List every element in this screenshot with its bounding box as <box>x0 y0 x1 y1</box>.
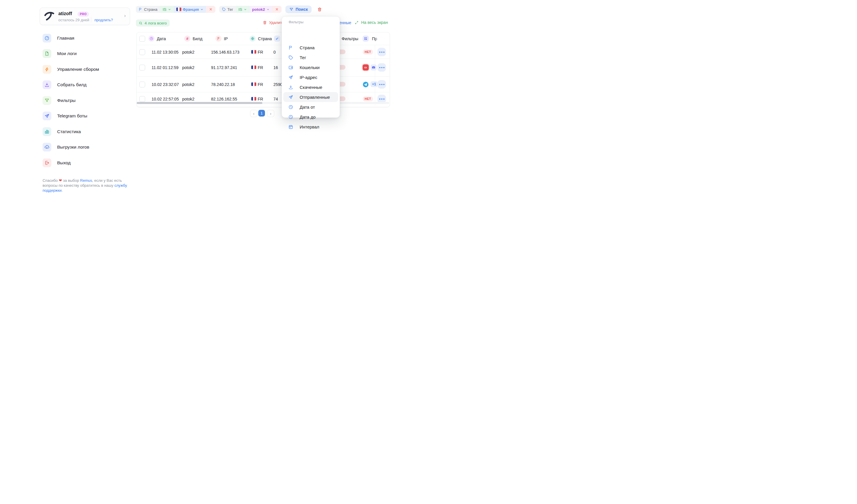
cell-country: FR <box>258 82 263 87</box>
globe-icon <box>250 36 256 42</box>
sidebar-item-label: Выход <box>57 160 70 166</box>
france-flag-icon <box>251 66 256 69</box>
france-flag-icon <box>251 50 256 54</box>
column-header-ip[interactable]: IP <box>224 36 228 41</box>
france-flag-icon <box>177 7 181 11</box>
clear-filters-trash-button[interactable] <box>317 7 322 12</box>
sidebar-item-build[interactable]: Собрать билд <box>43 79 130 91</box>
wallet-service-icon[interactable] <box>363 64 369 70</box>
fullscreen-button[interactable]: На весь экран <box>355 20 388 25</box>
status-badge: НЕТ <box>363 97 373 101</box>
chip-field[interactable]: Тег <box>219 6 236 13</box>
chevron-down-icon <box>200 8 203 11</box>
extra-services-badge[interactable]: +1 <box>370 81 377 87</box>
column-header-build[interactable]: Билд <box>193 36 202 41</box>
filters-dropdown-menu: Фильтры Страна Тег Кошельки IP-адрес Ска… <box>282 16 340 118</box>
row-checkbox[interactable] <box>139 96 145 102</box>
prev-page-button[interactable]: ‹ <box>250 110 257 117</box>
sidebar-item-label: Управление сбором <box>57 67 99 72</box>
renew-link[interactable]: продлить? <box>95 18 113 22</box>
dropdown-item-tag[interactable]: Тег <box>283 52 338 62</box>
cloud-download-icon <box>43 143 51 152</box>
sent-action-label-fragment[interactable]: енные <box>339 20 351 25</box>
sidebar-item-collection[interactable]: Управление сбором <box>43 64 130 75</box>
search-icon <box>139 21 142 25</box>
dropdown-item-country[interactable]: Страна <box>283 42 338 52</box>
chevron-right-icon[interactable]: › <box>124 13 125 18</box>
divider <box>91 17 91 22</box>
filter-chip-tag: Тег IS potok2 <box>219 6 282 13</box>
next-page-button[interactable]: › <box>267 110 274 117</box>
chip-operator[interactable]: IS <box>160 6 174 13</box>
dropdown-title: Фильтры <box>289 20 303 24</box>
dropdown-item-interval[interactable]: Интервал <box>283 122 338 132</box>
row-checkbox[interactable] <box>139 49 145 55</box>
brand-link[interactable]: Remus <box>80 178 92 183</box>
row-actions-button[interactable] <box>377 48 386 56</box>
grid-plus-icon <box>363 36 369 42</box>
divider <box>136 58 389 59</box>
remove-filter-button[interactable] <box>206 6 215 13</box>
horizontal-scrollbar-thumb[interactable] <box>137 102 262 104</box>
chip-value[interactable]: Франция <box>174 6 206 13</box>
column-header-date[interactable]: Дата <box>157 36 166 41</box>
bar-chart-icon <box>43 127 51 136</box>
clock-icon <box>148 36 154 42</box>
cell-country: FR <box>258 50 263 54</box>
sidebar-item-logout[interactable]: Выход <box>43 157 130 169</box>
dropdown-item-downloaded[interactable]: Скаченные <box>283 82 338 92</box>
cell-date: 11.02 01:12:59 <box>152 65 179 70</box>
row-actions-button[interactable] <box>377 80 386 89</box>
sidebar-item-label: Фильтры <box>57 98 75 103</box>
gauge-icon <box>43 34 51 42</box>
cell-ip: 91.172.97.241 <box>211 65 237 70</box>
dropdown-item-wallets[interactable]: Кошельки <box>283 62 338 72</box>
tag-icon <box>288 55 293 60</box>
cell-date: 11.02 13:30:05 <box>152 50 179 54</box>
sidebar-item-my-logs[interactable]: Мои логи <box>43 48 130 59</box>
dropdown-item-date-to[interactable]: Дата до <box>283 112 338 122</box>
search-button[interactable]: Поиск <box>285 5 312 13</box>
chevron-down-icon <box>244 8 247 11</box>
telegram-icon[interactable] <box>363 81 369 87</box>
dropdown-item-sent[interactable]: Отправленные <box>283 92 338 102</box>
sidebar-item-statistics[interactable]: Статистика <box>43 126 130 138</box>
sidebar-item-home[interactable]: Главная <box>43 32 130 44</box>
discord-icon[interactable] <box>370 64 376 70</box>
column-header-filters[interactable]: Фильтры <box>342 36 358 41</box>
sidebar-item-telegram-bots[interactable]: Telegram боты <box>43 110 130 122</box>
chip-field[interactable]: Страна <box>136 6 160 13</box>
flag-icon <box>138 7 142 11</box>
username: atizoff <box>58 11 72 16</box>
current-page-button[interactable]: 1 <box>258 110 265 117</box>
column-header-country[interactable]: Страна <box>258 36 272 41</box>
delete-selected-button[interactable]: Удалить <box>263 20 284 25</box>
expand-icon <box>355 21 358 24</box>
sidebar-item-log-exports[interactable]: Выгрузки логов <box>43 141 130 153</box>
pro-badge: PRO <box>78 12 89 17</box>
bolt-icon <box>43 65 51 74</box>
sidebar-item-filters[interactable]: Фильтры <box>43 95 130 106</box>
file-icon <box>43 49 51 58</box>
dropdown-item-date-from[interactable]: Дата от <box>283 102 338 112</box>
remove-filter-button[interactable] <box>272 6 282 13</box>
divider <box>136 45 389 45</box>
chip-operator[interactable]: IS <box>236 6 250 13</box>
sidebar-item-label: Собрать билд <box>57 82 87 87</box>
clock-icon <box>288 105 293 109</box>
header-fade-overlay <box>374 35 383 43</box>
cell-build: potok2 <box>182 65 195 70</box>
row-checkbox[interactable] <box>139 65 145 70</box>
cell-build: potok2 <box>182 97 195 101</box>
calendar-icon <box>288 124 293 129</box>
select-all-checkbox[interactable] <box>139 36 145 42</box>
dropdown-item-ip[interactable]: IP-адрес <box>283 72 338 82</box>
chip-value[interactable]: potok2 <box>250 6 272 13</box>
row-checkbox[interactable] <box>139 82 145 87</box>
cell-count: 0 <box>273 50 276 54</box>
tag-icon <box>222 7 226 11</box>
heart-icon: ❤ <box>59 178 62 183</box>
divider <box>136 92 389 92</box>
remus-logs-page: atizoff PRO осталось 29 дней продлить? ›… <box>0 0 428 252</box>
row-actions-button[interactable] <box>377 63 386 72</box>
